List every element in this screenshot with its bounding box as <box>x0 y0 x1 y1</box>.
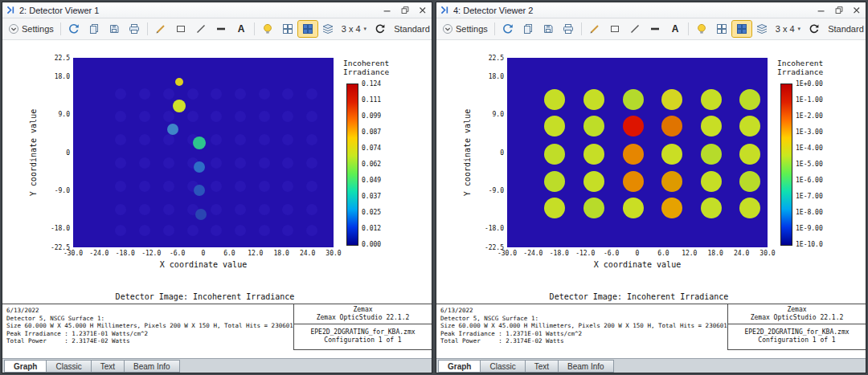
print-button[interactable] <box>559 21 578 37</box>
standard-dropdown[interactable]: Standard▾ <box>391 21 432 37</box>
line-icon <box>628 22 641 35</box>
layers-button[interactable] <box>318 21 338 37</box>
lens-file-name: EPE2D_2DGRATING_for_KBA.zmx <box>728 328 866 336</box>
close-button[interactable] <box>414 2 432 18</box>
grid-size-dropdown[interactable]: 3 x 4▾ <box>772 21 804 37</box>
tab-graph[interactable]: Graph <box>438 360 480 373</box>
settings-chevron-icon <box>8 23 19 35</box>
pencil-tool-button[interactable] <box>585 21 604 37</box>
refresh-button[interactable] <box>498 21 518 37</box>
copy-button[interactable] <box>84 21 104 37</box>
restore-button[interactable] <box>830 2 848 18</box>
save-button[interactable] <box>104 21 124 37</box>
colorbar-tick-label: 1E-3.00 <box>796 128 823 136</box>
line-icon <box>194 22 207 35</box>
colorbar-tick-label: 1E-6.00 <box>796 177 823 184</box>
layers-button[interactable] <box>752 21 772 37</box>
thick-line-icon <box>215 22 227 35</box>
info-line: Detector 5, NSCG Surface 1: <box>440 315 727 323</box>
toolbar-separator <box>254 22 255 35</box>
detector-spot <box>195 209 207 220</box>
x-tick-label: -6.0 <box>170 250 185 257</box>
brand-name: Zemax <box>294 306 432 314</box>
faint-detector-spot <box>259 181 270 192</box>
tab-beam-info[interactable]: Beam Info <box>124 360 180 373</box>
copy-button[interactable] <box>518 21 538 37</box>
tab-text[interactable]: Text <box>525 360 558 373</box>
info-line: Size 60.000 W X 45.000 H Millimeters, Pi… <box>6 322 293 330</box>
minimize-icon <box>382 5 393 16</box>
tab-beam-info[interactable]: Beam Info <box>558 360 614 373</box>
save-button[interactable] <box>538 21 558 37</box>
lens-file-name: EPE2D_2DGRATING_for_KBA.zmx <box>294 328 432 336</box>
colorbar-tick-label: 0.111 <box>362 96 381 104</box>
standard-dropdown[interactable]: Standard▾ <box>825 21 866 37</box>
colorbar-tick-label: 0.074 <box>362 145 381 152</box>
settings-dropdown[interactable]: Settings <box>5 21 57 37</box>
rotate-button[interactable] <box>371 21 390 37</box>
grid-size-dropdown[interactable]: 3 x 4▾ <box>338 21 370 37</box>
detector-info-panel: 6/13/2022Detector 5, NSCG Surface 1:Size… <box>436 304 866 358</box>
grid-display-button[interactable] <box>712 21 731 37</box>
lamp-button[interactable] <box>692 21 711 37</box>
x-tick-label: -24.0 <box>89 250 108 257</box>
faint-detector-spot <box>259 225 270 236</box>
minimize-button[interactable] <box>379 2 396 18</box>
rotate-button[interactable] <box>805 21 824 37</box>
false-color-display-button[interactable] <box>298 21 317 37</box>
refresh-button[interactable] <box>64 21 84 37</box>
line-tool-button[interactable] <box>625 21 645 37</box>
tab-classic[interactable]: Classic <box>480 360 524 373</box>
thick-line-tool-button[interactable] <box>211 21 231 37</box>
screen: 2: Detector Viewer 1 Settings <box>0 0 868 375</box>
detector-spot <box>583 171 604 192</box>
text-tool-button[interactable]: A <box>665 21 685 37</box>
faint-detector-spot <box>259 88 270 100</box>
window-titlebar[interactable]: 4: Detector Viewer 2 <box>436 2 866 18</box>
thick-line-tool-button[interactable] <box>645 21 665 37</box>
toolbar-separator <box>581 22 582 35</box>
detector-viewer-window-icon <box>440 5 450 15</box>
false-color-display-button[interactable] <box>732 21 751 37</box>
close-button[interactable] <box>848 2 866 18</box>
window-title: 4: Detector Viewer 2 <box>453 6 809 15</box>
detector-image-plot[interactable] <box>507 58 768 247</box>
y-tick-label: 22.5 <box>489 55 504 62</box>
line-tool-button[interactable] <box>191 21 211 37</box>
x-tick-label: -12.0 <box>141 250 161 257</box>
rectangle-tool-button[interactable] <box>605 21 624 37</box>
faint-detector-spot <box>282 225 293 236</box>
window-titlebar[interactable]: 2: Detector Viewer 1 <box>2 2 432 18</box>
lamp-button[interactable] <box>258 21 277 37</box>
faint-detector-spot <box>306 204 317 215</box>
false-color-grid-icon <box>301 22 314 35</box>
y-axis-label: Y coordinate value <box>29 109 38 196</box>
close-icon <box>417 5 428 16</box>
layers-icon <box>755 22 768 35</box>
detector-image-plot[interactable] <box>73 58 334 247</box>
plot-caption: Detector Image: Incoherent Irradiance <box>550 292 729 301</box>
tab-classic[interactable]: Classic <box>46 360 90 373</box>
settings-dropdown[interactable]: Settings <box>439 21 491 37</box>
faint-detector-spot <box>163 225 174 236</box>
settings-chevron-icon <box>442 23 453 35</box>
colorbar-tick-label: 0.049 <box>362 177 381 184</box>
rectangle-tool-button[interactable] <box>171 21 190 37</box>
detector-spot <box>194 185 205 196</box>
tab-text[interactable]: Text <box>91 360 124 373</box>
x-tick-label: 0 <box>202 250 206 257</box>
detector-spot <box>544 116 565 137</box>
colorbar-title-line2: Irradiance <box>343 67 389 76</box>
print-button[interactable] <box>125 21 144 37</box>
colorbar-tick-label: 1E+0.00 <box>796 80 823 88</box>
tab-graph[interactable]: Graph <box>4 360 46 373</box>
detector-spot <box>583 198 604 218</box>
grid-display-button[interactable] <box>278 21 297 37</box>
minimize-button[interactable] <box>813 2 830 18</box>
faint-detector-spot <box>306 111 317 122</box>
text-tool-button[interactable]: A <box>231 21 251 37</box>
pencil-tool-button[interactable] <box>151 21 170 37</box>
faint-detector-spot <box>282 204 293 215</box>
restore-button[interactable] <box>396 2 414 18</box>
faint-detector-spot <box>282 134 293 145</box>
